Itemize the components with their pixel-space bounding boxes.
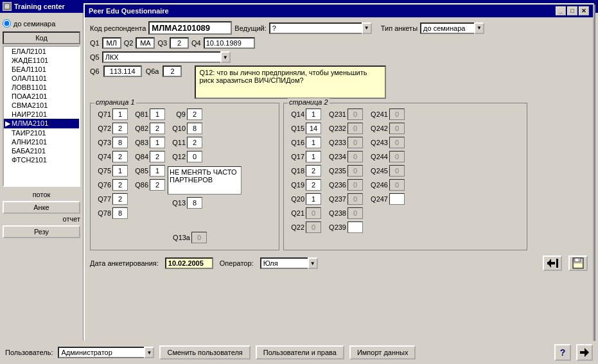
respondent-list-item[interactable]: ФТСН2101 <box>4 155 79 164</box>
leader-select[interactable]: ? <box>269 22 372 34</box>
q21[interactable] <box>306 207 321 219</box>
q10[interactable] <box>187 123 202 134</box>
dialog-title: Peer Edu Questionnaire <box>89 7 169 15</box>
q232[interactable] <box>347 123 363 134</box>
q72[interactable] <box>112 123 128 134</box>
date-input[interactable] <box>165 257 213 269</box>
respondent-list-item[interactable]: БАБА2101 <box>4 146 79 155</box>
q74[interactable] <box>112 151 128 162</box>
respondent-list-item[interactable]: ЖАДЕ1101 <box>4 56 79 65</box>
q83[interactable] <box>150 137 165 148</box>
q6-label: Q6 <box>90 67 100 75</box>
q16[interactable] <box>306 137 321 148</box>
q1-input[interactable] <box>102 37 121 49</box>
q20[interactable] <box>306 193 321 205</box>
q84[interactable] <box>150 151 165 162</box>
q12-text-box: НЕ МЕНЯТЬ ЧАСТО ПАРТНЕРОВ <box>168 166 242 195</box>
q73[interactable] <box>112 137 128 148</box>
exit-button[interactable] <box>576 344 593 361</box>
q236[interactable] <box>347 179 363 191</box>
page1-col2: Q81 Q82 Q83 Q84 Q85 Q86 <box>130 108 165 245</box>
q2-input[interactable] <box>136 37 155 49</box>
q234[interactable] <box>347 151 363 162</box>
import-button[interactable]: Импорт данных <box>349 345 416 360</box>
respondent-label: Код респондента <box>90 24 146 32</box>
prev-record-button[interactable] <box>543 256 562 271</box>
q4-input[interactable] <box>204 37 255 49</box>
q22[interactable] <box>306 221 321 233</box>
q6-input[interactable] <box>103 65 142 77</box>
q245[interactable] <box>389 165 405 177</box>
q71[interactable] <box>112 108 128 120</box>
left-panel: до семинара Код ЕЛАЛ2101 ЖАДЕ1101 БЕАЛ11… <box>0 13 84 364</box>
respondent-list-item[interactable]: СВМА2101 <box>4 101 79 110</box>
respondent-list-item[interactable]: ОЛАЛ1101 <box>4 74 79 83</box>
operator-select[interactable]: Юля <box>260 257 318 269</box>
q77[interactable] <box>112 193 128 205</box>
respondent-list-item[interactable]: ▶МЛМА2101 <box>4 119 79 128</box>
result-button[interactable]: Резу <box>3 225 80 238</box>
q85[interactable] <box>150 165 165 177</box>
q242[interactable] <box>389 123 405 134</box>
save-button[interactable] <box>568 256 588 271</box>
q238[interactable] <box>347 207 363 219</box>
q239[interactable] <box>347 221 363 233</box>
q12-description: Q12: что вы лично предприняли, чтобы уме… <box>195 65 386 99</box>
q17[interactable] <box>306 151 321 162</box>
change-user-button[interactable]: Сменить пользователя <box>159 345 250 360</box>
q231[interactable] <box>347 108 363 120</box>
respondent-list-item[interactable]: ЕЛАЛ2101 <box>4 47 79 56</box>
q237[interactable] <box>347 193 363 205</box>
page2-content: Q14 Q15 Q16 Q17 Q18 Q19 Q20 Q21 Q22 <box>286 108 524 234</box>
q11[interactable] <box>187 137 202 148</box>
q78[interactable] <box>112 207 128 219</box>
q15[interactable] <box>306 123 321 134</box>
q13a[interactable] <box>191 232 207 243</box>
q86[interactable] <box>150 179 165 191</box>
radio-do-seminara[interactable] <box>3 19 11 28</box>
respondent-list-item[interactable]: ТАИР2101 <box>4 128 79 137</box>
q243[interactable] <box>389 137 405 148</box>
svg-rect-6 <box>574 263 583 268</box>
user-select[interactable]: Администратор <box>58 347 154 358</box>
minimize-button[interactable]: _ <box>556 6 566 15</box>
q9[interactable] <box>187 108 202 120</box>
q6a-input[interactable] <box>163 65 182 77</box>
close-button[interactable]: ✕ <box>579 6 589 15</box>
q244[interactable] <box>389 151 405 162</box>
q247[interactable] <box>389 193 405 205</box>
type-select[interactable]: до семинара <box>420 22 484 34</box>
q233[interactable] <box>347 137 363 148</box>
respondent-list-item[interactable]: НАИР2101 <box>4 110 79 119</box>
q18[interactable] <box>306 165 321 177</box>
maximize-button[interactable]: □ <box>567 6 577 15</box>
help-button[interactable]: ? <box>554 344 571 361</box>
q5-select[interactable]: ЛКХ <box>102 51 231 63</box>
q14[interactable] <box>306 108 321 120</box>
q19[interactable] <box>306 179 321 191</box>
q82[interactable] <box>150 123 165 134</box>
respondent-list-item[interactable]: БЕАЛ1101 <box>4 65 79 74</box>
q12[interactable] <box>187 151 202 162</box>
flow-label: поток <box>3 191 80 198</box>
q81[interactable] <box>150 108 165 120</box>
peer-edu-dialog: Peer Edu Questionnaire _ □ ✕ Код респонд… <box>84 3 594 343</box>
respondent-code-input[interactable]: МЛМА2101089 <box>148 21 232 35</box>
respondent-list-item[interactable]: ЛОВВ1101 <box>4 83 79 92</box>
q13[interactable] <box>187 197 202 209</box>
q246[interactable] <box>389 179 405 191</box>
page2-col1: Q14 Q15 Q16 Q17 Q18 Q19 Q20 Q21 Q22 <box>286 108 321 234</box>
rights-button[interactable]: Пользователи и права <box>256 345 344 360</box>
q241[interactable] <box>389 108 405 120</box>
q75[interactable] <box>112 165 128 177</box>
user-label: Пользователь: <box>5 349 53 356</box>
q235[interactable] <box>347 165 363 177</box>
q76[interactable] <box>112 179 128 191</box>
respondent-list[interactable]: ЕЛАЛ2101 ЖАДЕ1101 БЕАЛ1101 ОЛАЛ1101 ЛОВВ… <box>3 46 80 187</box>
titlebar-buttons: _ □ ✕ <box>556 6 589 15</box>
respondent-list-item[interactable]: ПОАА2101 <box>4 92 79 101</box>
anketa-button[interactable]: Анке <box>3 201 80 214</box>
q3-input[interactable] <box>170 37 189 49</box>
code-column-header: Код <box>3 31 80 44</box>
respondent-list-item[interactable]: АЛНИ2101 <box>4 137 79 146</box>
